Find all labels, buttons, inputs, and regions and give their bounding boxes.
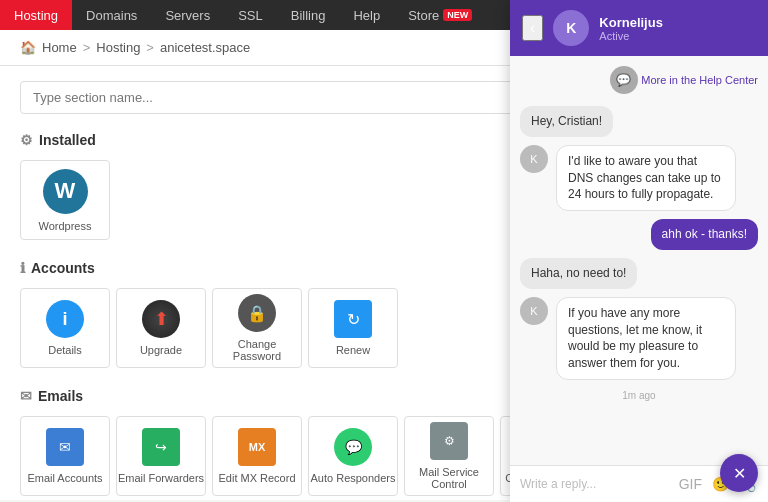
nav-help[interactable]: Help: [339, 0, 394, 30]
change-password-card[interactable]: 🔒 Change Password: [212, 288, 302, 368]
auto-responders-icon: 💬: [334, 428, 372, 466]
mx-record-label: Edit MX Record: [218, 472, 295, 484]
renew-card[interactable]: ↻ Renew: [308, 288, 398, 368]
message-row-5: K If you have any more questions, let me…: [520, 297, 758, 380]
mail-service-label: Mail Service Control: [405, 466, 493, 490]
nav-help-label: Help: [353, 8, 380, 23]
help-center-row: 💬 More in the Help Center: [520, 66, 758, 94]
store-new-badge: NEW: [443, 9, 472, 21]
nav-domains[interactable]: Domains: [72, 0, 151, 30]
mx-record-icon: MX: [238, 428, 276, 466]
nav-billing-label: Billing: [291, 8, 326, 23]
emails-title-label: Emails: [38, 388, 83, 404]
change-password-icon: 🔒: [238, 294, 276, 332]
breadcrumb-hosting[interactable]: Hosting: [96, 40, 140, 55]
upgrade-icon: ⬆: [142, 300, 180, 338]
mx-record-card[interactable]: MX Edit MX Record: [212, 416, 302, 496]
message-row-2: K I'd like to aware you that DNS changes…: [520, 145, 758, 211]
mail-service-icon: ⚙: [430, 422, 468, 460]
breadcrumb-sep2: >: [146, 40, 154, 55]
email-forwarders-label: Email Forwarders: [118, 472, 204, 484]
auto-responders-card[interactable]: 💬 Auto Responders: [308, 416, 398, 496]
nav-servers[interactable]: Servers: [151, 0, 224, 30]
chat-overlay: ‹ K Kornelijus Active 💬 More in the Help…: [510, 0, 768, 502]
emails-icon: ✉: [20, 388, 32, 404]
chat-messages-container[interactable]: 💬 More in the Help Center Hey, Cristian!…: [510, 56, 768, 465]
message-row-3: ahh ok - thanks!: [520, 219, 758, 250]
message-bubble-4: Haha, no need to!: [520, 258, 637, 289]
message-bubble-1: Hey, Cristian!: [520, 106, 613, 137]
renew-label: Renew: [336, 344, 370, 356]
change-password-label: Change Password: [213, 338, 301, 362]
message-row-4: Haha, no need to!: [520, 258, 758, 289]
agent-msg-avatar-1: K: [520, 145, 548, 173]
upgrade-label: Upgrade: [140, 344, 182, 356]
chat-back-button[interactable]: ‹: [522, 15, 543, 41]
accounts-title-label: Accounts: [31, 260, 95, 276]
installed-icon: ⚙: [20, 132, 33, 148]
auto-responders-label: Auto Responders: [311, 472, 396, 484]
nav-servers-label: Servers: [165, 8, 210, 23]
agent-name: Kornelijus: [599, 15, 756, 30]
details-card[interactable]: i Details: [20, 288, 110, 368]
wordpress-label: Wordpress: [39, 220, 92, 232]
chat-fab-icon: ✕: [733, 464, 746, 483]
nav-hosting-label: Hosting: [14, 8, 58, 23]
home-icon: 🏠: [20, 40, 36, 55]
email-accounts-icon: ✉: [46, 428, 84, 466]
message-time: 1m ago: [520, 390, 758, 401]
email-forwarders-card[interactable]: ↪ Email Forwarders: [116, 416, 206, 496]
help-center-link[interactable]: More in the Help Center: [641, 66, 758, 94]
chat-header: ‹ K Kornelijus Active: [510, 0, 768, 56]
installed-title-label: Installed: [39, 132, 96, 148]
breadcrumb-home[interactable]: Home: [42, 40, 77, 55]
nav-store-label: Store: [408, 8, 439, 23]
nav-ssl[interactable]: SSL: [224, 0, 277, 30]
nav-store[interactable]: Store NEW: [394, 0, 486, 30]
chat-support-icon: 💬: [610, 66, 638, 94]
message-bubble-3: ahh ok - thanks!: [651, 219, 758, 250]
agent-initial: K: [566, 20, 576, 36]
wordpress-card[interactable]: W Wordpress: [20, 160, 110, 240]
chat-fab-button[interactable]: ✕: [720, 454, 758, 492]
details-icon: i: [46, 300, 84, 338]
nav-hosting[interactable]: Hosting: [0, 0, 72, 30]
email-forwarders-icon: ↪: [142, 428, 180, 466]
email-accounts-label: Email Accounts: [27, 472, 102, 484]
gif-button[interactable]: GIF: [677, 474, 704, 494]
wordpress-icon: W: [43, 169, 88, 214]
agent-avatar: K: [553, 10, 589, 46]
help-center-link-text: More in the Help Center: [641, 74, 758, 86]
nav-billing[interactable]: Billing: [277, 0, 340, 30]
renew-icon: ↻: [334, 300, 372, 338]
email-accounts-card[interactable]: ✉ Email Accounts: [20, 416, 110, 496]
mail-service-card[interactable]: ⚙ Mail Service Control: [404, 416, 494, 496]
chat-reply-input[interactable]: [520, 477, 671, 491]
agent-info: Kornelijus Active: [599, 15, 756, 42]
accounts-icon: ℹ: [20, 260, 25, 276]
upgrade-card[interactable]: ⬆ Upgrade: [116, 288, 206, 368]
message-row-1: Hey, Cristian!: [520, 106, 758, 137]
breadcrumb-sep1: >: [83, 40, 91, 55]
nav-ssl-label: SSL: [238, 8, 263, 23]
agent-msg-avatar-2: K: [520, 297, 548, 325]
breadcrumb-site[interactable]: anicetest.space: [160, 40, 250, 55]
details-label: Details: [48, 344, 82, 356]
nav-domains-label: Domains: [86, 8, 137, 23]
message-bubble-5: If you have any more questions, let me k…: [556, 297, 736, 380]
message-bubble-2: I'd like to aware you that DNS changes c…: [556, 145, 736, 211]
agent-status: Active: [599, 30, 756, 42]
